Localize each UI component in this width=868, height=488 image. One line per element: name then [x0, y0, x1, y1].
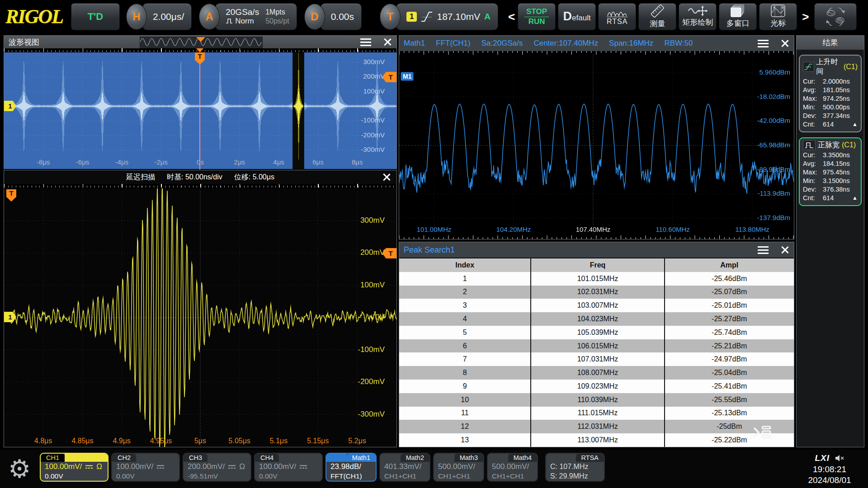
peak-search-menu-icon[interactable]	[758, 246, 769, 254]
math1-trace-badge[interactable]: M1	[401, 72, 414, 81]
default-button[interactable]: Default	[558, 3, 596, 30]
measurement-card-positive-pulse-width[interactable]: 正脉宽(C1) Cur:3.3500nsAvg:184.15nsMax:975.…	[799, 137, 862, 206]
expand-table-icon[interactable]	[752, 425, 772, 440]
multi-window-icon	[730, 5, 745, 17]
peak-table-row[interactable]: 7107.031MHz-24.97dBm	[399, 352, 794, 366]
trigger-level-value: 187.10mV	[437, 11, 480, 22]
measurement-name: 正脉宽	[818, 141, 840, 150]
collapse-card-icon[interactable]: ▲	[852, 194, 858, 202]
peak-table-row[interactable]: 6106.015MHz-25.21dBm	[399, 339, 794, 353]
svg-text:A: A	[773, 5, 776, 9]
acquire-mode: Norm	[235, 17, 254, 26]
peak-table-row[interactable]: 2102.031MHz-25.07dBm	[399, 286, 794, 299]
trigger-button[interactable]: 1 187.10mV A	[396, 3, 498, 30]
peak-table-row[interactable]: 1101.015MHz-25.46dBm	[399, 272, 794, 286]
delay-button[interactable]: 0.00s	[321, 3, 362, 30]
peak-table-row[interactable]: 3103.007MHz-25.01dBm	[399, 299, 794, 312]
peak-search-header: Peak Search1	[399, 242, 794, 258]
peak-table-row[interactable]: 11111.015MHz-25.13dBm	[399, 407, 794, 420]
rtsa-button[interactable]: RTSA	[598, 3, 636, 30]
peak-table-row[interactable]: 5105.039MHz-25.74dBm	[399, 326, 794, 339]
sample-rate: 20GSa/s	[226, 8, 259, 17]
channel-card-ch3[interactable]: CH3200.00mV/Ω-95.51mV	[183, 453, 251, 482]
multi-window-button[interactable]: 多窗口	[719, 3, 757, 30]
waveform-overview-plot[interactable]	[4, 52, 396, 169]
delayed-timebase: 时基: 50.00ns/div	[167, 173, 222, 182]
rtsa-status-card[interactable]: RTSA C: 107.MHz S: 29.9MHz	[545, 453, 605, 482]
delayed-sweep-plot[interactable]	[4, 188, 396, 447]
channel-card-ch1[interactable]: CH1100.00mV/Ω0.00V	[40, 453, 108, 482]
impedance-label: Ω	[239, 462, 245, 471]
measurement-card-rise-time[interactable]: 上升时间(C1) Cur:2.0000nsAvg:181.05nsMax:974…	[799, 55, 862, 132]
channel-offset: -95.51mV	[188, 471, 246, 481]
horizontal-scale-button[interactable]: 2.00μs/	[142, 3, 192, 30]
trigger-position-arrow[interactable]	[196, 48, 203, 52]
channel-card-ch2[interactable]: CH2100.00mV/0.00V	[111, 453, 180, 482]
math-card-math4[interactable]: Math4500.00mV/CH1+CH1	[487, 453, 538, 482]
svg-text:B: B	[782, 5, 784, 9]
cursor-button[interactable]: AB 光标	[759, 3, 797, 30]
peak-table-header-row: Index Freq Ampl	[399, 258, 794, 272]
channel-offset: 0.00V	[259, 471, 318, 481]
multi-window-label: 多窗口	[726, 18, 750, 28]
peak-col-freq: Freq	[531, 258, 665, 272]
toolbar-collapse-left-icon[interactable]: <	[505, 3, 518, 30]
measurement-row: Cnt:614▲	[803, 194, 858, 202]
math-card-math1[interactable]: Math123.98dB/FFT(CH1)	[326, 453, 377, 482]
waveform-view-menu-icon[interactable]	[360, 38, 371, 46]
stop-label: STOP	[524, 7, 549, 17]
fft-close-icon[interactable]	[780, 39, 789, 48]
top-toolbar: RIGOL T'D H 2.00μs/ A 20GSa/s Norm 1Mpts	[0, 0, 868, 33]
measurement-row: Cnt:614▲	[803, 120, 858, 129]
measurement-row: Min:3.1500ns	[803, 177, 858, 185]
clock-area[interactable]: LXI 19:08:21 2024/08/01	[796, 453, 863, 486]
acquire-group: A 20GSa/s Norm 1Mpts 50ps/pt	[199, 3, 297, 30]
delay-knob[interactable]: D	[304, 4, 325, 30]
fft-plot[interactable]	[399, 51, 794, 239]
math-function: CH1+CH1	[384, 471, 425, 481]
fft-sample-rate: Sa:20GSa/s	[481, 39, 523, 48]
collapse-card-icon[interactable]: ▲	[852, 120, 858, 129]
rigol-gear-logo[interactable]: ⚙	[3, 453, 36, 484]
peak-search-close-icon[interactable]	[780, 245, 789, 254]
math-card-math2[interactable]: Math2401.33mV/CH1+CH1	[379, 453, 430, 482]
mode-switch-button[interactable]	[814, 3, 857, 30]
trigger-knob[interactable]: T	[380, 4, 401, 30]
trigger-status-button[interactable]: T'D	[71, 3, 120, 30]
math-function: FFT(CH1)	[330, 471, 372, 481]
system-time: 19:08:21	[796, 464, 863, 475]
timebase-value: 2.00μs/	[153, 11, 184, 22]
delayed-sweep-title: 延迟扫描	[126, 173, 155, 182]
measurement-row: Cur:2.0000ns	[803, 77, 858, 86]
peak-table-row[interactable]: 13113.007MHz-25.22dBm	[399, 433, 794, 447]
fft-rbw: RBW:50	[664, 39, 693, 48]
impedance-label: Ω	[96, 462, 102, 471]
math-card-math3[interactable]: Math3500.00mV/CH1+CH1	[433, 453, 484, 482]
delayed-offset: 位移: 5.00μs	[234, 173, 274, 182]
delayed-sweep-close-icon[interactable]	[382, 173, 391, 182]
horizontal-position-strip[interactable]	[140, 37, 263, 48]
waveform-draw-button[interactable]: 矩形绘制	[679, 3, 717, 30]
horizontal-group: H 2.00μs/	[126, 3, 192, 30]
fft-menu-icon[interactable]	[758, 40, 769, 47]
waveform-view-close-icon[interactable]	[383, 38, 392, 47]
measurement-row: Cur:3.3500ns	[803, 151, 858, 160]
acquire-button[interactable]: 20GSa/s Norm 1Mpts 50ps/pt	[215, 3, 297, 30]
peak-table-row[interactable]: 8108.007MHz-25.04dBm	[399, 366, 794, 380]
math-scale: 401.33mV/	[384, 462, 425, 471]
stop-run-button[interactable]: STOP RUN	[518, 3, 556, 30]
waveform-view-title: 波形视图	[9, 37, 39, 47]
peak-table-row[interactable]: 4104.023MHz-25.27dBm	[399, 312, 794, 326]
measure-button[interactable]: 测量	[638, 3, 676, 30]
channel-card-ch4[interactable]: CH4100.00mV/0.00V	[254, 453, 323, 482]
peak-table-row[interactable]: 10110.039MHz-25.55dBm	[399, 393, 794, 407]
waveform-draw-label: 矩形绘制	[682, 17, 713, 28]
delayed-sweep-panel: 延迟扫描 时基: 50.00ns/div 位移: 5.00μs 300mV200…	[4, 170, 397, 447]
peak-table-row[interactable]: 9109.023MHz-25.41dBm	[399, 380, 794, 393]
delayed-ruler	[4, 184, 396, 188]
toolbar-expand-right-icon[interactable]: >	[799, 3, 811, 30]
acquire-knob[interactable]: A	[199, 4, 220, 30]
peak-table-row[interactable]: 12112.031MHz-25dBm	[399, 420, 794, 433]
horizontal-knob[interactable]: H	[126, 4, 147, 30]
dc-coupling-icon	[228, 464, 236, 469]
